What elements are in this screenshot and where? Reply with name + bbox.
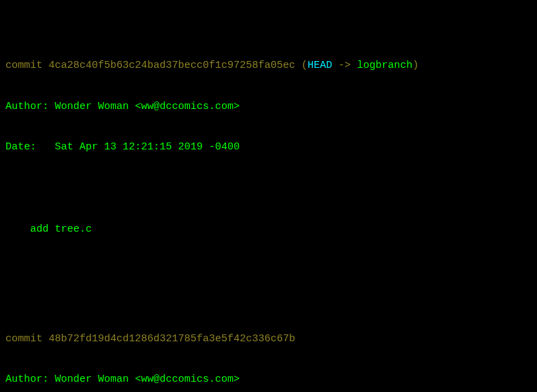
commit-line: commit 4ca28c40f5b63c24bad37becc0f1c9725… [5, 59, 532, 73]
commit-line: commit 48b72fd19d4cd1286d321785fa3e5f42c… [5, 332, 532, 346]
author-line: Author: Wonder Woman <ww@dccomics.com> [5, 100, 532, 114]
commit-prefix: commit [5, 333, 49, 345]
ref-arrow-icon: -> [332, 60, 357, 71]
blank-line [5, 264, 532, 278]
commit-message: add tree.c [5, 223, 532, 236]
ref-open-paren: ( [295, 60, 308, 71]
blank-line [5, 182, 532, 195]
author-line: Author: Wonder Woman <ww@dccomics.com> [5, 373, 532, 387]
date-line: Date: Sat Apr 13 12:21:15 2019 -0400 [5, 140, 532, 154]
commit-hash: 4ca28c40f5b63c24bad37becc0f1c97258fa05ec [49, 60, 295, 71]
ref-close-paren: ) [412, 60, 419, 71]
git-log-output: commit 4ca28c40f5b63c24bad37becc0f1c9725… [0, 0, 537, 392]
head-label: HEAD [308, 60, 332, 71]
commit-hash: 48b72fd19d4cd1286d321785fa3e5f42c336c67b [49, 333, 295, 345]
branch-name: logbranch [357, 60, 412, 71]
commit-prefix: commit [5, 60, 49, 71]
